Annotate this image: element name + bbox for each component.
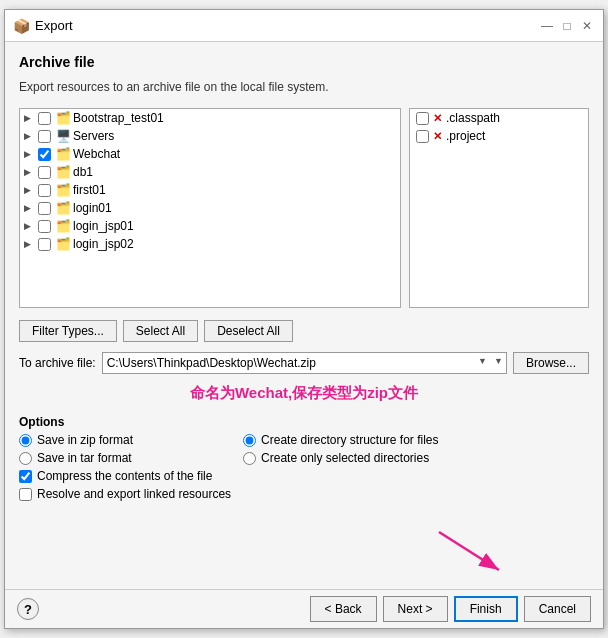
tree-item-webchat[interactable]: ▶ 🗂️ Webchat xyxy=(20,145,400,163)
window-title: Export xyxy=(35,18,73,33)
section-title: Archive file xyxy=(19,54,589,70)
tree-item-bootstrap[interactable]: ▶ 🗂️ Bootstrap_test01 xyxy=(20,109,400,127)
tree-checkbox-first01[interactable] xyxy=(38,184,51,197)
finish-button[interactable]: Finish xyxy=(454,596,518,622)
tree-arrow: ▶ xyxy=(24,149,36,159)
right-item-classpath[interactable]: ✕ .classpath xyxy=(410,109,588,127)
check-compress-input[interactable] xyxy=(19,470,32,483)
title-bar-left: 📦 Export xyxy=(13,18,73,34)
tree-arrow: ▶ xyxy=(24,239,36,249)
tree-checkbox-bootstrap[interactable] xyxy=(38,112,51,125)
tree-icon-login01: 🗂️ xyxy=(55,200,71,216)
project-tree[interactable]: ▶ 🗂️ Bootstrap_test01 ▶ 🖥️ Servers ▶ 🗂️ … xyxy=(19,108,401,308)
tree-item-login-jsp01[interactable]: ▶ 🗂️ login_jsp01 xyxy=(20,217,400,235)
tree-label-db1: db1 xyxy=(73,165,93,179)
tree-label-login-jsp01: login_jsp01 xyxy=(73,219,134,233)
tree-checkbox-login-jsp02[interactable] xyxy=(38,238,51,251)
radio-dirfiles-label: Create directory structure for files xyxy=(261,433,438,447)
tree-arrow: ▶ xyxy=(24,185,36,195)
section-description: Export resources to an archive file on t… xyxy=(19,80,589,94)
check-compress-label: Compress the contents of the file xyxy=(37,469,212,483)
back-button[interactable]: < Back xyxy=(310,596,377,622)
tree-item-servers[interactable]: ▶ 🖥️ Servers xyxy=(20,127,400,145)
file-selection-area: ▶ 🗂️ Bootstrap_test01 ▶ 🖥️ Servers ▶ 🗂️ … xyxy=(19,108,589,308)
radio-tar: Save in tar format xyxy=(19,451,231,465)
check-resolve-label: Resolve and export linked resources xyxy=(37,487,231,501)
archive-file-row: To archive file: ▼ Browse... xyxy=(19,352,589,374)
tree-icon-first01: 🗂️ xyxy=(55,182,71,198)
tree-icon-bootstrap: 🗂️ xyxy=(55,110,71,126)
tree-checkbox-db1[interactable] xyxy=(38,166,51,179)
tree-checkbox-login01[interactable] xyxy=(38,202,51,215)
radio-dirsonly-input[interactable] xyxy=(243,452,256,465)
options-section: Options Save in zip format Save in tar f… xyxy=(19,415,589,501)
next-button[interactable]: Next > xyxy=(383,596,448,622)
radio-dirfiles: Create directory structure for files xyxy=(243,433,438,447)
radio-dirfiles-input[interactable] xyxy=(243,434,256,447)
maximize-button[interactable]: □ xyxy=(559,18,575,34)
help-button[interactable]: ? xyxy=(17,598,39,620)
browse-button[interactable]: Browse... xyxy=(513,352,589,374)
tree-arrow: ▶ xyxy=(24,203,36,213)
radio-tar-input[interactable] xyxy=(19,452,32,465)
tree-checkbox-login-jsp01[interactable] xyxy=(38,220,51,233)
right-label-project: .project xyxy=(446,129,485,143)
tree-arrow: ▶ xyxy=(24,167,36,177)
action-buttons: Filter Types... Select All Deselect All xyxy=(19,320,589,342)
radio-zip: Save in zip format xyxy=(19,433,231,447)
bottom-bar: ? < Back Next > Finish Cancel xyxy=(5,589,603,628)
bottom-left: ? xyxy=(17,598,39,620)
title-bar: 📦 Export — □ ✕ xyxy=(5,10,603,42)
right-label-classpath: .classpath xyxy=(446,111,500,125)
right-checkbox-project[interactable] xyxy=(416,130,429,143)
annotation-text: 命名为Wechat,保存类型为zip文件 xyxy=(19,384,589,403)
title-bar-controls: — □ ✕ xyxy=(539,18,595,34)
tree-item-login01[interactable]: ▶ 🗂️ login01 xyxy=(20,199,400,217)
minimize-button[interactable]: — xyxy=(539,18,555,34)
check-resolve: Resolve and export linked resources xyxy=(19,487,231,501)
tree-arrow: ▶ xyxy=(24,221,36,231)
archive-path-input[interactable] xyxy=(102,352,507,374)
tree-item-db1[interactable]: ▶ 🗂️ db1 xyxy=(20,163,400,181)
check-compress: Compress the contents of the file xyxy=(19,469,231,483)
svg-line-1 xyxy=(439,532,499,570)
radio-dirsonly-label: Create only selected directories xyxy=(261,451,429,465)
arrow-annotation-svg xyxy=(409,522,529,577)
radio-dirsonly: Create only selected directories xyxy=(243,451,438,465)
tree-label-servers: Servers xyxy=(73,129,114,143)
close-button[interactable]: ✕ xyxy=(579,18,595,34)
tree-checkbox-servers[interactable] xyxy=(38,130,51,143)
cancel-button[interactable]: Cancel xyxy=(524,596,591,622)
tree-label-first01: first01 xyxy=(73,183,106,197)
tree-icon-db1: 🗂️ xyxy=(55,164,71,180)
radio-zip-label: Save in zip format xyxy=(37,433,133,447)
file-list-panel[interactable]: ✕ .classpath ✕ .project xyxy=(409,108,589,308)
archive-label: To archive file: xyxy=(19,356,96,370)
tree-item-login-jsp02[interactable]: ▶ 🗂️ login_jsp02 xyxy=(20,235,400,253)
select-all-button[interactable]: Select All xyxy=(123,320,198,342)
project-icon: ✕ xyxy=(433,130,442,143)
arrow-area xyxy=(19,509,589,577)
export-dialog: 📦 Export — □ ✕ Archive file Export resou… xyxy=(4,9,604,629)
tree-label-login01: login01 xyxy=(73,201,112,215)
radio-zip-input[interactable] xyxy=(19,434,32,447)
options-title: Options xyxy=(19,415,589,429)
tree-icon-login-jsp02: 🗂️ xyxy=(55,236,71,252)
classpath-icon: ✕ xyxy=(433,112,442,125)
tree-item-first01[interactable]: ▶ 🗂️ first01 xyxy=(20,181,400,199)
tree-arrow: ▶ xyxy=(24,113,36,123)
dialog-content: Archive file Export resources to an arch… xyxy=(5,42,603,589)
check-resolve-input[interactable] xyxy=(19,488,32,501)
deselect-all-button[interactable]: Deselect All xyxy=(204,320,293,342)
right-item-project[interactable]: ✕ .project xyxy=(410,127,588,145)
archive-path-wrapper: ▼ xyxy=(102,352,507,374)
tree-label-bootstrap: Bootstrap_test01 xyxy=(73,111,164,125)
tree-checkbox-webchat[interactable] xyxy=(38,148,51,161)
tree-icon-servers: 🖥️ xyxy=(55,128,71,144)
options-left: Save in zip format Save in tar format Co… xyxy=(19,433,231,501)
right-checkbox-classpath[interactable] xyxy=(416,112,429,125)
tree-label-login-jsp02: login_jsp02 xyxy=(73,237,134,251)
tree-icon-login-jsp01: 🗂️ xyxy=(55,218,71,234)
filter-types-button[interactable]: Filter Types... xyxy=(19,320,117,342)
window-icon: 📦 xyxy=(13,18,29,34)
